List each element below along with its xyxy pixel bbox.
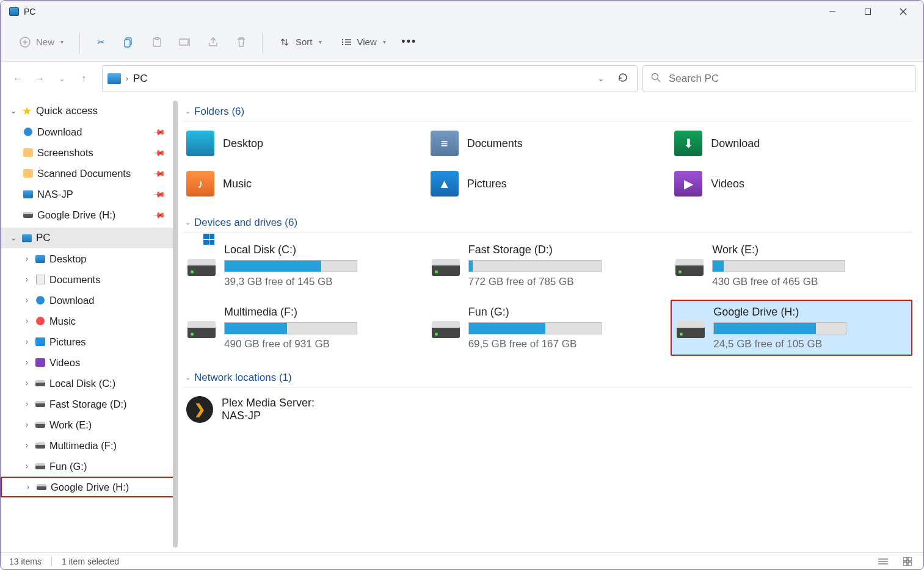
share-button[interactable] bbox=[201, 30, 225, 54]
drive-multimedia-f[interactable]: Multimedia (F:)490 GB free of 931 GB bbox=[183, 300, 424, 356]
sidebar-item-multimedia-f[interactable]: ›Multimedia (F:) bbox=[1, 435, 178, 456]
quick-access-section[interactable]: ⌄ ★ Quick access bbox=[1, 101, 178, 121]
folder-documents[interactable]: ≡Documents bbox=[427, 126, 669, 161]
folder-pictures[interactable]: ▲Pictures bbox=[427, 167, 669, 201]
drive-fast-storage-d[interactable]: Fast Storage (D:)772 GB free of 785 GB bbox=[427, 237, 669, 294]
folder-desktop[interactable]: Desktop bbox=[183, 126, 424, 161]
svg-line-20 bbox=[658, 79, 661, 82]
chevron-right-icon[interactable]: › bbox=[23, 337, 31, 346]
back-button[interactable]: ← bbox=[9, 70, 26, 87]
drive-icon bbox=[432, 259, 460, 276]
plus-circle-icon bbox=[19, 36, 31, 48]
sidebar-item-fast-storage-d[interactable]: ›Fast Storage (D:) bbox=[1, 394, 178, 414]
pc-section[interactable]: ⌄ PC bbox=[1, 228, 178, 248]
svg-rect-25 bbox=[908, 557, 912, 561]
recent-locations-button[interactable]: ⌄ bbox=[53, 70, 70, 87]
sidebar-item-nas-jp[interactable]: NAS-JP📌 bbox=[1, 184, 178, 204]
sidebar-item-google-drive-qa[interactable]: Google Drive (H:)📌 bbox=[1, 204, 178, 225]
refresh-button[interactable] bbox=[614, 72, 632, 85]
sidebar-item-work-e[interactable]: ›Work (E:) bbox=[1, 414, 178, 435]
address-bar[interactable]: › PC ⌄ bbox=[102, 65, 638, 92]
chevron-right-icon[interactable]: › bbox=[23, 358, 31, 367]
drives-group-header[interactable]: ⌄Devices and drives (6) bbox=[183, 213, 912, 233]
maximize-button[interactable] bbox=[850, 1, 886, 23]
drive-icon bbox=[35, 401, 45, 407]
chevron-down-icon: ⌄ bbox=[185, 218, 191, 226]
chevron-right-icon[interactable]: › bbox=[23, 441, 31, 450]
cut-button[interactable]: ✂ bbox=[89, 30, 113, 54]
chevron-right-icon[interactable]: › bbox=[23, 296, 31, 305]
sidebar-item-download[interactable]: Download📌 bbox=[1, 121, 178, 142]
chevron-right-icon[interactable]: › bbox=[23, 254, 31, 263]
window-title: PC bbox=[24, 7, 35, 16]
folder-music[interactable]: ♪Music bbox=[183, 167, 424, 201]
folder-download[interactable]: ⬇Download bbox=[671, 126, 912, 161]
new-button[interactable]: New ▾ bbox=[12, 30, 71, 54]
rename-button[interactable] bbox=[173, 30, 197, 54]
search-box[interactable] bbox=[642, 65, 916, 92]
folders-group-header[interactable]: ⌄Folders (6) bbox=[183, 102, 912, 121]
copy-button[interactable] bbox=[117, 30, 141, 54]
network-plex-media-server[interactable]: ❯ Plex Media Server:NAS-JP bbox=[183, 392, 424, 427]
drive-work-e[interactable]: Work (E:)430 GB free of 465 GB bbox=[671, 237, 912, 294]
sidebar-item-local-disk-c[interactable]: ›Local Disk (C:) bbox=[1, 373, 178, 394]
scrollbar[interactable] bbox=[173, 101, 178, 547]
minimize-button[interactable] bbox=[815, 1, 850, 23]
drive-fun-g[interactable]: Fun (G:)69,5 GB free of 167 GB bbox=[427, 300, 669, 356]
view-icon bbox=[340, 36, 352, 48]
chevron-down-icon: ▾ bbox=[60, 38, 64, 45]
sidebar-item-music[interactable]: ›Music bbox=[1, 311, 178, 331]
desktop-icon bbox=[186, 131, 214, 156]
delete-button[interactable] bbox=[229, 30, 253, 54]
more-button[interactable]: ••• bbox=[397, 30, 421, 54]
sidebar-item-google-drive-h[interactable]: ›Google Drive (H:) bbox=[1, 477, 178, 497]
pin-icon: 📌 bbox=[153, 125, 166, 139]
svg-rect-26 bbox=[903, 562, 907, 566]
drive-icon bbox=[35, 422, 45, 428]
sidebar-item-fun-g[interactable]: ›Fun (G:) bbox=[1, 456, 178, 477]
chevron-right-icon[interactable]: › bbox=[23, 317, 31, 325]
sidebar-item-download-pc[interactable]: ›Download bbox=[1, 290, 178, 311]
breadcrumb[interactable]: PC bbox=[133, 73, 148, 85]
separator bbox=[79, 31, 80, 53]
svg-rect-24 bbox=[903, 557, 907, 561]
chevron-down-icon: ▾ bbox=[383, 38, 386, 45]
chevron-right-icon[interactable]: › bbox=[23, 379, 31, 388]
chevron-right-icon[interactable]: › bbox=[23, 275, 31, 284]
thumbnails-view-button[interactable] bbox=[900, 555, 915, 568]
address-dropdown[interactable]: ⌄ bbox=[593, 74, 609, 83]
up-button[interactable]: ↑ bbox=[75, 70, 92, 87]
sidebar-item-scanned-documents[interactable]: Scanned Documents📌 bbox=[1, 163, 178, 184]
close-button[interactable] bbox=[886, 1, 921, 23]
drive-local-disk-c[interactable]: Local Disk (C:)39,3 GB free of 145 GB bbox=[183, 237, 424, 294]
svg-rect-1 bbox=[865, 9, 871, 15]
details-view-button[interactable] bbox=[876, 555, 890, 568]
sidebar-item-documents[interactable]: ›Documents bbox=[1, 269, 178, 290]
folder-icon bbox=[23, 169, 33, 178]
sort-button[interactable]: Sort ▾ bbox=[271, 30, 329, 54]
chevron-right-icon[interactable]: › bbox=[23, 420, 31, 429]
quick-access-label: Quick access bbox=[36, 105, 98, 117]
sidebar-item-videos[interactable]: ›Videos bbox=[1, 352, 178, 373]
drive-icon bbox=[432, 321, 460, 338]
separator bbox=[262, 31, 263, 53]
sidebar-item-pictures[interactable]: ›Pictures bbox=[1, 331, 178, 352]
chevron-down-icon: ▾ bbox=[319, 38, 322, 45]
folder-videos[interactable]: ▶Videos bbox=[671, 167, 912, 201]
drive-google-drive-h[interactable]: Google Drive (H:)24,5 GB free of 105 GB bbox=[671, 300, 912, 356]
sidebar-item-screenshots[interactable]: Screenshots📌 bbox=[1, 142, 178, 163]
forward-button[interactable]: → bbox=[31, 70, 48, 87]
svg-point-19 bbox=[652, 74, 658, 80]
search-input[interactable] bbox=[669, 73, 908, 85]
sidebar-item-desktop[interactable]: ›Desktop bbox=[1, 248, 178, 269]
star-icon: ★ bbox=[21, 106, 32, 117]
pin-icon: 📌 bbox=[153, 187, 166, 201]
paste-button[interactable] bbox=[145, 30, 169, 54]
chevron-right-icon[interactable]: › bbox=[24, 483, 32, 491]
view-button[interactable]: View ▾ bbox=[333, 30, 393, 54]
chevron-right-icon[interactable]: › bbox=[23, 400, 31, 408]
chevron-right-icon[interactable]: › bbox=[23, 462, 31, 471]
drive-icon bbox=[35, 463, 45, 469]
network-group-header[interactable]: ⌄Network locations (1) bbox=[183, 368, 912, 388]
copy-icon bbox=[123, 36, 135, 48]
